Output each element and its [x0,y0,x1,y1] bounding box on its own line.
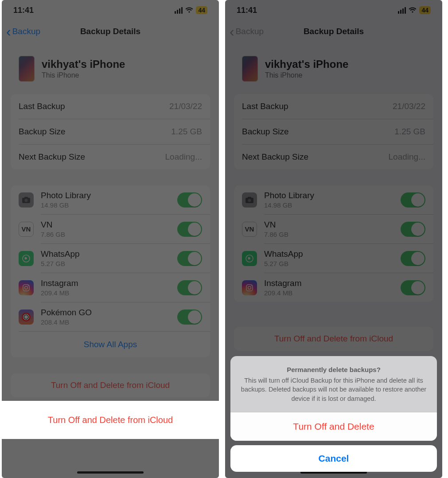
turn-off-delete-button[interactable]: Turn Off and Delete from iCloud [11,373,210,397]
app-size: 7.86 GB [41,231,65,238]
instagram-icon [242,280,257,295]
toggle-photo-library[interactable] [177,192,202,208]
toggle-whatsapp[interactable] [401,251,425,266]
backup-info-group: Last Backup21/03/22 Backup Size1.25 GB N… [234,94,433,169]
danger-group: Turn Off and Delete from iCloud [11,373,210,397]
toggle-pokemon-go[interactable] [177,310,202,325]
svg-point-6 [28,285,29,286]
chevron-left-icon: ‹ [6,28,11,35]
app-size: 209.4 MB [41,289,78,297]
info-label: Next Backup Size [242,152,308,162]
backup-info-group: Last Backup 21/03/22 Backup Size 1.25 GB… [11,94,210,169]
status-time: 11:41 [13,6,34,15]
apps-group: Photo Library14.98 GB VN VN7.86 GB Whats… [11,185,210,357]
sheet-body: This will turn off iCloud Backup for thi… [240,376,427,403]
app-name: VN [264,220,288,230]
wifi-icon [409,7,417,13]
chevron-left-icon: ‹ [230,28,234,35]
app-name: Photo Library [41,191,91,200]
turn-off-delete-button[interactable]: Turn Off and Delete from iCloud [234,327,433,351]
device-thumbnail-icon [19,56,35,82]
svg-rect-8 [248,197,251,199]
app-name: WhatsApp [264,249,303,259]
photo-library-icon [19,192,34,208]
toggle-vn[interactable] [401,222,425,237]
page-title: Backup Details [80,27,140,36]
vn-icon: VN [242,222,257,237]
app-name: Pokémon GO [41,308,92,317]
highlighted-button-label: Turn Off and Delete from iCloud [48,415,173,425]
apps-group: Photo Library14.98 GB VNVN7.86 GB WhatsA… [234,185,433,302]
highlighted-turn-off-delete[interactable]: Turn Off and Delete from iCloud [2,401,219,439]
action-sheet: Permanently delete backups? This will tu… [230,356,437,472]
toggle-instagram[interactable] [177,280,202,295]
home-indicator[interactable] [77,471,144,474]
info-row-next-backup: Next Backup Size Loading... [11,145,210,169]
info-value: 21/03/22 [169,102,202,111]
toggle-instagram[interactable] [401,280,425,295]
info-value: 1.25 GB [171,127,202,137]
status-bar: 11:41 44 [2,0,219,20]
svg-point-2 [25,199,28,202]
cellular-icon [175,7,183,14]
device-subtitle: This iPhone [265,71,348,79]
status-bar: 11:41 44 [225,0,442,20]
svg-point-12 [248,286,251,289]
device-thumbnail-icon [242,56,258,82]
info-label: Last Backup [19,102,65,111]
sheet-message: Permanently delete backups? This will tu… [230,356,437,412]
app-name: Photo Library [264,191,314,200]
info-row-last-backup: Last Backup 21/03/22 [11,94,210,119]
app-row-vn: VN VN7.86 GB [11,215,210,243]
sheet-cancel-button[interactable]: Cancel [230,445,437,472]
screenshot-left: 11:41 44 ‹ Backup Backup Details vikhyat… [2,0,219,478]
svg-point-13 [251,285,252,286]
info-value: 21/03/22 [393,102,425,111]
info-value: Loading... [165,152,202,162]
svg-rect-1 [24,197,28,199]
sheet-turn-off-delete-button[interactable]: Turn Off and Delete [230,412,437,441]
app-name: VN [41,220,65,230]
nav-bar: ‹ Backup Backup Details [2,20,219,43]
device-header: vikhyat's iPhone This iPhone [225,43,442,94]
toggle-whatsapp[interactable] [177,251,202,266]
app-size: 14.98 GB [264,201,314,209]
battery-icon: 44 [419,6,431,14]
status-time: 11:41 [237,6,257,15]
whatsapp-icon [242,251,257,266]
info-value: 1.25 GB [394,127,425,137]
device-header: vikhyat's iPhone This iPhone [2,43,219,94]
app-size: 5.27 GB [41,260,80,267]
app-row-photo-library: Photo Library14.98 GB [11,185,210,214]
app-row-pokemon-go: Pokémon GO208.4 MB [11,302,210,331]
nav-bar: ‹ Backup Backup Details [225,20,442,43]
cellular-icon [398,7,406,14]
app-row-instagram: Instagram209.4 MB [11,273,210,302]
back-label: Backup [12,27,40,36]
info-label: Next Backup Size [19,152,85,162]
pokemon-go-icon [19,310,34,325]
page-title: Backup Details [304,27,364,36]
app-size: 5.27 GB [264,260,303,267]
back-button: ‹ Backup [230,27,264,36]
app-size: 209.4 MB [264,289,301,297]
battery-icon: 44 [196,6,207,14]
toggle-vn[interactable] [177,222,202,237]
back-label: Backup [236,27,264,36]
instagram-icon [19,280,34,295]
sheet-title: Permanently delete backups? [240,366,427,373]
app-name: WhatsApp [41,249,80,259]
vn-icon: VN [19,222,34,237]
danger-group: Turn Off and Delete from iCloud [234,327,433,351]
svg-point-9 [248,199,251,202]
toggle-photo-library[interactable] [401,192,425,208]
info-label: Backup Size [242,127,289,137]
app-name: Instagram [41,278,78,288]
back-button[interactable]: ‹ Backup [6,27,40,36]
show-all-apps-button[interactable]: Show All Apps [11,332,210,357]
photo-library-icon [242,192,257,208]
device-name: vikhyat's iPhone [42,58,125,71]
app-name: Instagram [264,278,301,288]
app-size: 7.86 GB [264,231,288,238]
device-name: vikhyat's iPhone [265,58,348,71]
